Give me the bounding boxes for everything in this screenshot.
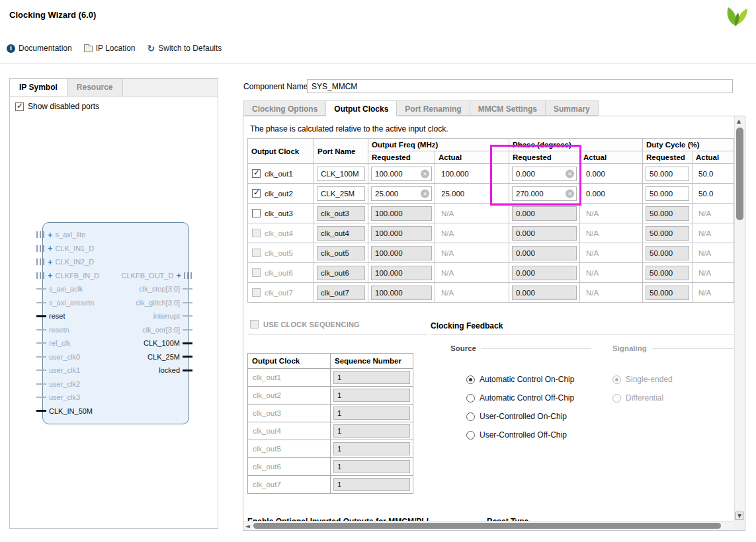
port-label: CLK_25M (147, 353, 180, 361)
freq-actual-value: 100.000 (438, 170, 469, 178)
tab-port-renaming[interactable]: Port Renaming (396, 100, 470, 116)
port-stub (36, 383, 46, 385)
radio-button[interactable] (466, 431, 475, 440)
port-locked: locked (159, 365, 192, 375)
tab-output-clocks[interactable]: Output Clocks (325, 100, 397, 116)
freq-requested-input: 100.000 (371, 266, 432, 280)
port-name-input[interactable]: CLK_100M (317, 167, 365, 181)
source-radio-group: Automatic Control On-ChipAutomatic Contr… (466, 375, 574, 440)
port-interrupt: interrupt (153, 311, 192, 321)
phase-actual-value: N/A (583, 249, 599, 257)
output-clocks-tab-content: The phase is calculated relative to the … (243, 116, 745, 531)
radio-label: Automatic Control On-Chip (480, 375, 574, 384)
scrollbar-corner (734, 521, 745, 530)
radio-automatic-control-on-chip[interactable]: Automatic Control On-Chip (466, 375, 574, 384)
port-reset: reset (36, 311, 65, 321)
port-ref-clk: ref_clk (36, 338, 70, 348)
port-name-input: clk_out4 (317, 226, 365, 241)
port-stub (36, 356, 46, 358)
port-stub (36, 288, 46, 290)
expand-plus-icon[interactable]: + (48, 231, 53, 239)
port-stub (36, 315, 46, 317)
sequence-table: Output Clock Sequence Number clk_out11cl… (247, 353, 413, 494)
duty-actual-value: 50.0 (695, 170, 713, 178)
port-label: CLK_IN2_D (56, 258, 95, 266)
output-clock-checkbox[interactable] (252, 169, 261, 178)
port-stub (183, 342, 192, 344)
sequence-clock-label: clk_out6 (251, 463, 281, 471)
radio-button[interactable] (466, 375, 475, 384)
output-clock-row: clk_out2CLK_25M25.000✕25.000270.000✕0.00… (248, 184, 734, 204)
port-stub (36, 410, 46, 412)
scroll-up-arrow-icon[interactable]: ▲ (737, 118, 741, 124)
ip-location-link[interactable]: IP Location (84, 44, 136, 53)
header-divider (0, 63, 756, 63)
port-user-clk3: user_clk3 (36, 392, 80, 403)
duty-requested-input: 50.000 (646, 246, 689, 260)
freq-requested-input[interactable]: 25.000✕ (371, 186, 432, 201)
phase-requested-input[interactable]: 0.000✕ (512, 167, 577, 181)
output-clock-label: clk_out1 (265, 170, 293, 178)
port-stub (183, 288, 192, 290)
expand-plus-icon[interactable]: + (48, 258, 53, 266)
output-clock-label: clk_out5 (265, 249, 293, 257)
freq-requested-input: 100.000 (371, 286, 432, 300)
feedback-group-rule (431, 334, 734, 335)
sequence-clock-label: clk_out7 (251, 481, 281, 488)
port-name-input[interactable]: CLK_25M (317, 186, 365, 201)
radio-automatic-control-off-chip[interactable]: Automatic Control Off-Chip (466, 393, 574, 403)
signaling-radio-group: Single-endedDifferential (612, 375, 673, 403)
expand-plus-icon[interactable]: + (176, 271, 181, 280)
interface-stub-icon (36, 258, 45, 265)
output-clock-row: clk_out4clk_out4100.000N/A0.000N/A50.000… (248, 223, 734, 243)
vertical-scrollbar[interactable]: ▲ ▼ (734, 116, 745, 530)
port-label: s_axi_aresetn (49, 299, 95, 307)
source-group-header: Source (450, 344, 591, 352)
sequence-column-header-number: Sequence Number (331, 354, 413, 369)
clear-icon[interactable]: ✕ (566, 169, 574, 178)
port-clkfb-in-d: +CLKFB_IN_D (36, 270, 99, 281)
clear-icon[interactable]: ✕ (421, 189, 429, 198)
port-clk-25m: CLK_25M (147, 352, 192, 362)
scroll-left-arrow-icon[interactable]: ◄ (245, 523, 250, 529)
source-label: Source (450, 344, 476, 352)
duty-requested-input[interactable]: 50.000 (646, 167, 689, 181)
port-s-axi-aresetn: s_axi_aresetn (36, 297, 95, 308)
radio-differential: Differential (612, 393, 673, 403)
interface-stub-icon (36, 231, 45, 238)
phase-requested-input[interactable]: 270.000✕ (512, 186, 577, 201)
radio-label: Single-ended (626, 375, 673, 384)
tab-mmcm-settings[interactable]: MMCM Settings (470, 100, 546, 116)
clear-icon[interactable]: ✕ (421, 169, 429, 178)
freq-requested-input[interactable]: 100.000✕ (371, 167, 432, 181)
switch-to-defaults-link[interactable]: ↻ Switch to Defaults (147, 44, 222, 53)
documentation-link[interactable]: i Documentation (7, 44, 72, 53)
radio-button[interactable] (466, 412, 475, 421)
component-name-input[interactable] (307, 79, 733, 93)
clear-icon[interactable]: ✕ (566, 189, 574, 198)
ip-symbol-diagram: +s_axi_lite+CLK_IN1_D+CLK_IN2_D+CLKFB_IN… (10, 79, 218, 528)
radio-label: User-Controlled Off-Chip (480, 430, 567, 440)
horizontal-scrollbar[interactable]: ◄ (243, 521, 734, 530)
output-clock-row: clk_out3clk_out3100.000N/A0.000N/A50.000… (248, 204, 734, 223)
sequence-clock-label: clk_out4 (251, 427, 281, 435)
tab-clocking-options[interactable]: Clocking Options (243, 100, 326, 116)
duty-requested-input: 50.000 (646, 286, 689, 300)
radio-user-controlled-on-chip[interactable]: User-Controlled On-Chip (466, 412, 574, 421)
ip-symbol-panel: IP Symbol Resource Show disabled ports +… (9, 78, 218, 529)
radio-button[interactable] (466, 394, 475, 403)
output-clock-checkbox[interactable] (252, 209, 261, 217)
component-name-label: Component Name (243, 82, 308, 91)
radio-label: Differential (626, 393, 663, 403)
output-clock-checkbox[interactable] (252, 189, 261, 198)
freq-actual-value: N/A (438, 229, 454, 237)
horizontal-scrollbar-thumb[interactable] (253, 523, 721, 529)
tab-summary[interactable]: Summary (545, 100, 599, 116)
expand-plus-icon[interactable]: + (48, 271, 53, 280)
scroll-down-arrow-icon[interactable]: ▼ (735, 512, 743, 520)
port-label: CLK_IN_50M (49, 407, 93, 415)
duty-requested-input[interactable]: 50.000 (646, 186, 689, 201)
radio-user-controlled-off-chip[interactable]: User-Controlled Off-Chip (466, 430, 574, 440)
vertical-scrollbar-thumb[interactable] (736, 128, 743, 220)
expand-plus-icon[interactable]: + (48, 244, 53, 252)
